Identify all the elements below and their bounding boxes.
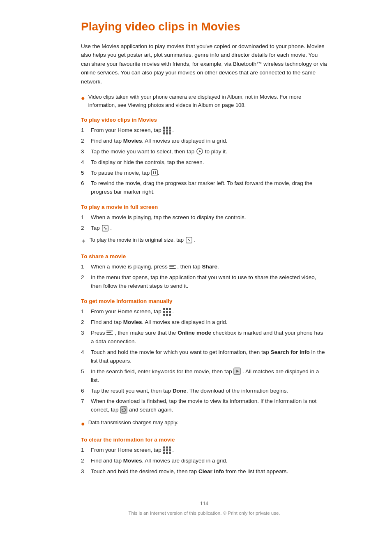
menu-icon-1 — [169, 264, 178, 270]
expand-icon — [101, 225, 111, 231]
note-icon-1: ● — [81, 93, 85, 104]
steps-share: 1 When a movie is playing, press , then … — [81, 263, 327, 291]
section-title-clear-info: To clear the information for a movie — [81, 437, 327, 443]
steps-clear-info: 1 From your Home screen, tap . 2 Find an… — [81, 446, 327, 476]
steps-get-info: 1 From your Home screen, tap . 2 Find an… — [81, 308, 327, 414]
step-item: 1 When a movie is playing, press , then … — [81, 263, 327, 271]
page-title: Playing video clips in Movies — [81, 20, 327, 34]
step-item: 7 When the download is finished, tap the… — [81, 397, 327, 414]
step-item: 2 Find and tap Movies. All movies are di… — [81, 137, 327, 146]
step-item: 5 To pause the movie, tap . — [81, 169, 327, 178]
grid-icon-2 — [163, 308, 173, 314]
section-title-share: To share a movie — [81, 253, 327, 259]
step-item: 3 Touch and hold the desired movie, then… — [81, 467, 327, 476]
section-title-full-screen: To play a movie in full screen — [81, 204, 327, 210]
search-icon — [233, 368, 242, 375]
play-circle-icon — [196, 148, 205, 155]
step-item: 1 From your Home screen, tap . — [81, 446, 327, 455]
step-item: 4 To display or hide the controls, tap t… — [81, 158, 327, 167]
svg-marker-1 — [199, 150, 201, 152]
footer-note: This is an Internet version of this publ… — [81, 511, 327, 516]
steps-play-clips: 1 From your Home screen, tap . 2 Find an… — [81, 126, 327, 197]
step-item: 1 From your Home screen, tap . — [81, 308, 327, 316]
expand2-icon — [185, 237, 194, 243]
svg-rect-8 — [120, 407, 127, 413]
step-item: 2 Find and tap Movies. All movies are di… — [81, 318, 327, 327]
tip-sun-icon: ✦ — [81, 236, 86, 246]
step-item: 3 Press , then make sure that the Online… — [81, 329, 327, 346]
steps-full-screen: 1 When a movie is playing, tap the scree… — [81, 213, 327, 233]
section-title-play-clips: To play video clips in Movies — [81, 117, 327, 123]
note-text-2: Data transmission charges may apply. — [88, 419, 178, 427]
refresh-icon — [120, 407, 129, 413]
page-footer: 114 — [81, 493, 327, 506]
note-block-data: ● Data transmission charges may apply. — [81, 419, 327, 429]
note-block-1: ● Video clips taken with your phone came… — [81, 93, 327, 109]
step-item: 6 Tap the result you want, then tap Done… — [81, 387, 327, 395]
page-content: Playing video clips in Movies Use the Mo… — [48, 0, 344, 540]
intro-paragraph: Use the Movies application to play movie… — [81, 42, 327, 86]
step-item: 2 In the menu that opens, tap the applic… — [81, 273, 327, 291]
section-title-get-info: To get movie information manually — [81, 298, 327, 304]
page-number: 114 — [200, 501, 208, 506]
step-item: 4 Touch and hold the movie for which you… — [81, 348, 327, 365]
step-item: 3 Tap the movie you want to select, then… — [81, 148, 327, 156]
step-item: 5 In the search field, enter keywords fo… — [81, 368, 327, 385]
step-item: 6 To rewind the movie, drag the progress… — [81, 179, 327, 197]
menu-icon-2 — [106, 330, 115, 336]
note-icon-2: ● — [81, 419, 85, 429]
step-item: 1 From your Home screen, tap . — [81, 126, 327, 135]
svg-line-3 — [104, 227, 106, 229]
grid-icon-1 — [163, 127, 173, 133]
step-item: 1 When a movie is playing, tap the scree… — [81, 213, 327, 222]
note-text-1: Video clips taken with your phone camera… — [88, 93, 327, 109]
tip-block-fullscreen: ✦ To play the movie in its original size… — [81, 236, 327, 246]
step-item: 2 Tap . — [81, 224, 327, 233]
pause-icon — [151, 169, 158, 176]
step-item: 2 Find and tap Movies. All movies are di… — [81, 457, 327, 465]
grid-icon-3 — [163, 447, 173, 453]
